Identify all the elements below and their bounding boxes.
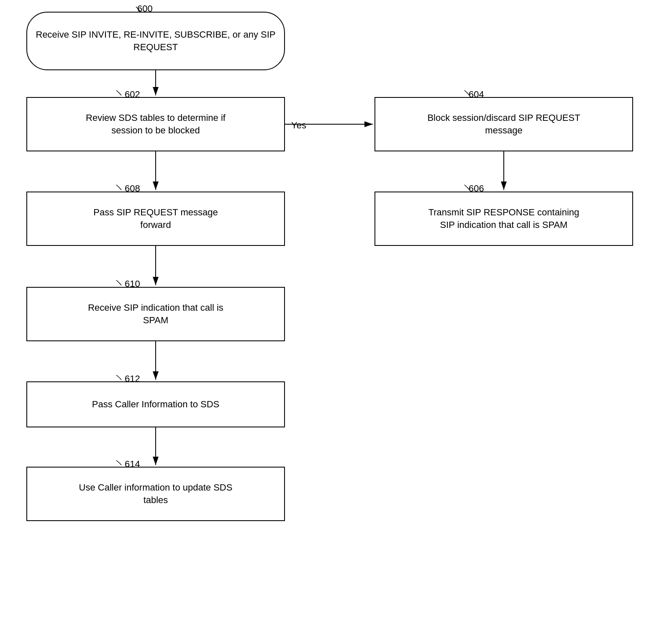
node-612-label: Pass Caller Information to SDS	[92, 398, 219, 411]
node-614-label: Use Caller information to update SDStabl…	[79, 481, 233, 506]
curve-612	[116, 375, 121, 380]
node-612: Pass Caller Information to SDS	[26, 381, 285, 427]
node-602: Review SDS tables to determine ifsession…	[26, 97, 285, 151]
node-600-label: Receive SIP INVITE, RE-INVITE, SUBSCRIBE…	[34, 28, 277, 53]
curve-602	[116, 90, 121, 95]
node-604: Block session/discard SIP REQUESTmessage	[374, 97, 633, 151]
node-608: Pass SIP REQUEST messageforward	[26, 192, 285, 246]
node-600: Receive SIP INVITE, RE-INVITE, SUBSCRIBE…	[26, 12, 285, 70]
curve-614	[116, 460, 121, 465]
node-602-label: Review SDS tables to determine ifsession…	[86, 112, 226, 136]
node-606: Transmit SIP RESPONSE containingSIP indi…	[374, 192, 633, 246]
node-614: Use Caller information to update SDStabl…	[26, 467, 285, 521]
curve-610	[116, 280, 121, 285]
flowchart-diagram: 600 602 604 608 606 610 612 614 Receive …	[0, 0, 672, 639]
node-606-label: Transmit SIP RESPONSE containingSIP indi…	[428, 206, 580, 231]
curve-608	[116, 185, 121, 190]
node-604-label: Block session/discard SIP REQUESTmessage	[427, 112, 580, 136]
node-610-label: Receive SIP indication that call isSPAM	[88, 302, 223, 326]
node-610: Receive SIP indication that call isSPAM	[26, 287, 285, 341]
node-608-label: Pass SIP REQUEST messageforward	[93, 206, 218, 231]
yes-label: Yes	[291, 120, 306, 131]
